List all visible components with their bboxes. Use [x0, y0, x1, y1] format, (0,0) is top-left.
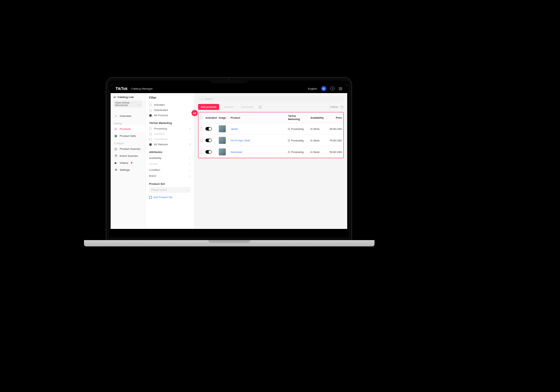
- product-set-title: Product Set: [149, 182, 191, 186]
- table-row: Jacket Processing In Stock 49.00 USD: [198, 123, 343, 135]
- sidebar-item-products[interactable]: ◫ Products: [111, 125, 145, 132]
- search-icon: ⌕: [201, 97, 203, 100]
- sidebar-item-label: Product Sources: [120, 147, 140, 150]
- row-product-link[interactable]: Jacket: [229, 123, 287, 134]
- row-availability: In Stock: [309, 146, 326, 158]
- filter-all-statuses[interactable]: All Statuses3: [149, 142, 191, 147]
- top-actions: English M ?: [308, 86, 342, 91]
- event-icon: ☰: [114, 154, 118, 158]
- add-products-button[interactable]: Add products: [198, 104, 219, 110]
- home-icon: ⌂: [114, 114, 118, 118]
- attr-condition[interactable]: Condition⌄: [149, 167, 191, 173]
- attr-gender[interactable]: Gender⌄: [149, 161, 191, 167]
- back-icon[interactable]: ↩: [113, 95, 116, 99]
- processing-icon: [288, 139, 290, 141]
- radio-icon: [149, 109, 152, 112]
- th-price: Price: [326, 112, 343, 123]
- gear-icon: ⚙: [114, 168, 118, 172]
- deactivate-button[interactable]: Deactivate: [238, 104, 256, 110]
- row-toggle[interactable]: [204, 146, 217, 158]
- table-settings-icon[interactable]: ⚙: [340, 105, 344, 109]
- attr-availability[interactable]: Availability⌄: [149, 155, 191, 161]
- avatar[interactable]: M: [321, 86, 326, 91]
- bulk-delete-icon[interactable]: 🗑: [258, 105, 262, 109]
- row-price: 49.00 USD: [326, 123, 343, 134]
- chevron-down-icon: ⌄: [188, 168, 191, 172]
- sidebar-item-overview[interactable]: ⌂ Overview: [111, 112, 145, 119]
- radio-selected-icon: [149, 114, 152, 117]
- product-set-select[interactable]: Please select⌄: [149, 187, 191, 193]
- processing-icon: [288, 127, 290, 130]
- notification-dot-icon: [131, 162, 132, 163]
- product-thumbnail: [219, 125, 226, 132]
- th-product: Product: [229, 112, 287, 123]
- row-availability: In Stock: [309, 135, 326, 146]
- sidebar-item-product-sets[interactable]: ▦ Product Sets: [111, 132, 145, 139]
- checkbox-icon: [200, 127, 203, 130]
- grid-icon: ▦: [114, 134, 118, 138]
- row-availability: In Stock: [309, 123, 326, 134]
- filter-all-products[interactable]: All Products: [149, 113, 191, 118]
- row-checkbox[interactable]: [198, 123, 204, 134]
- row-price: 79.00 USD: [326, 135, 343, 146]
- help-icon[interactable]: ?: [330, 86, 335, 91]
- row-product-link[interactable]: Swimwear: [229, 146, 287, 158]
- row-checkbox[interactable]: [198, 146, 204, 158]
- th-checkbox[interactable]: [198, 112, 204, 123]
- activate-button[interactable]: Activate: [221, 104, 236, 110]
- row-marketing: Processing: [287, 123, 309, 134]
- sidebar-item-label: Videos: [120, 161, 128, 164]
- chevron-down-icon: ⌄: [186, 188, 189, 191]
- row-toggle[interactable]: [204, 135, 217, 146]
- product-thumbnail: [219, 137, 226, 144]
- filter-processing[interactable]: Processing3: [149, 126, 191, 131]
- table-header: Activated Image Product TikTok Marketing…: [198, 112, 343, 123]
- row-image: [217, 123, 229, 134]
- product-thumbnail: [219, 148, 226, 155]
- th-image: Image: [217, 112, 229, 123]
- filter-deactivated[interactable]: Deactivated: [149, 107, 191, 113]
- language-selector[interactable]: English: [308, 87, 317, 90]
- filter-available[interactable]: Available-: [149, 131, 191, 136]
- chevron-down-icon: ⌄: [138, 103, 141, 106]
- sidebar-item-product-sources[interactable]: ◲ Product Sources: [111, 145, 145, 152]
- sidebar-item-videos[interactable]: ▶ Videos: [111, 159, 145, 166]
- sidebar-item-event-sources[interactable]: ☰ Event Sources: [111, 152, 145, 159]
- filter-activated[interactable]: Activated: [149, 102, 191, 107]
- radio-icon: [149, 138, 152, 141]
- add-product-set-link[interactable]: Add Product Set: [149, 196, 191, 199]
- toggle-on-icon: [205, 127, 212, 131]
- chevron-down-icon: ⌄: [188, 174, 191, 177]
- catalog-selector-value: Strike Athlete Merchandis: [115, 102, 138, 106]
- radio-icon: [149, 104, 152, 106]
- th-activated: Activated: [204, 112, 217, 123]
- sidebar: ↩ Catalog List Strike Athlete Merchandis…: [111, 93, 146, 237]
- filter-title: Filter: [149, 96, 191, 99]
- toolbar: Add products Activate Deactivate 🗑 3 ite…: [198, 104, 344, 110]
- attr-brand[interactable]: Brand⌄: [149, 173, 191, 179]
- add-doc-icon: [149, 196, 152, 199]
- catalog-selector[interactable]: Strike Athlete Merchandis ⌄: [113, 100, 142, 107]
- radio-selected-icon: [149, 143, 152, 146]
- search-placeholder: Search: [205, 97, 213, 100]
- table-row: Swimwear Processing In Stock 59.00 USD: [198, 146, 343, 158]
- menu-icon[interactable]: [339, 88, 342, 90]
- table-row: Dri Fit Gym Tshirt Processing In Stock 7…: [198, 135, 343, 146]
- sidebar-section-manage: Manage: [111, 121, 145, 125]
- sidebar-item-label: Settings: [120, 168, 130, 172]
- search-input[interactable]: ⌕ Search: [198, 96, 344, 102]
- step-badge: 10: [191, 110, 198, 116]
- row-toggle[interactable]: [204, 123, 217, 134]
- sidebar-item-label: Overview: [120, 114, 131, 118]
- row-price: 59.00 USD: [326, 146, 343, 158]
- row-checkbox[interactable]: [198, 135, 204, 146]
- sidebar-item-settings[interactable]: ⚙ Settings: [111, 166, 145, 173]
- items-count: 3 items ⚙: [330, 105, 344, 109]
- catalog-list-label: Catalog List: [118, 96, 134, 99]
- filter-panel: Filter Activated Deactivated All Product…: [146, 93, 195, 237]
- row-product-link[interactable]: Dri Fit Gym Tshirt: [229, 135, 287, 146]
- video-icon: ▶: [114, 161, 118, 164]
- attributes-title: Attributes: [149, 150, 191, 154]
- radio-icon: [149, 133, 152, 135]
- filter-unavailable[interactable]: Unavailable-: [149, 136, 191, 142]
